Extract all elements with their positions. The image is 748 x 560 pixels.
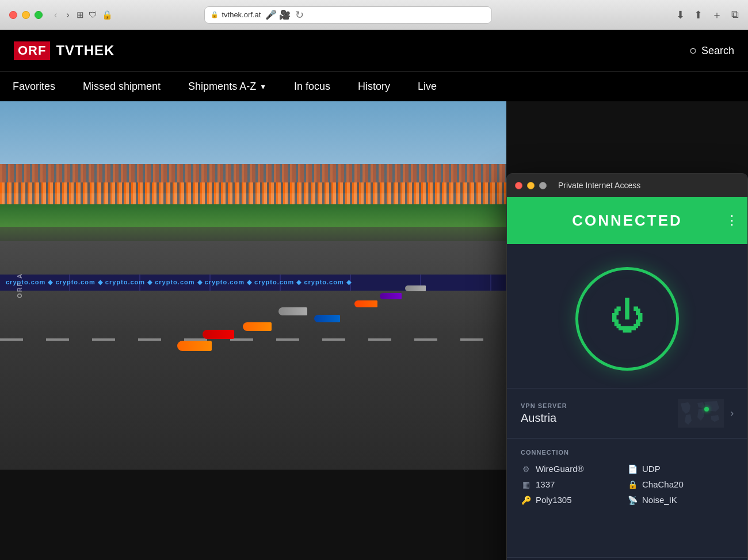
mic-icon: 🎤 [265,9,277,20]
pia-titlebar: Private Internet Access [507,174,747,197]
pia-udp-value: UDP [642,464,661,474]
search-label: Search [701,45,734,57]
f1-car-3 [203,330,234,339]
camera-icon: 🎥 [279,9,291,20]
nav-item-favorites[interactable]: Favorites [10,72,69,101]
pia-chacha-item: 🔒 ChaCha20 [627,479,734,489]
pia-status-text: CONNECTED [572,212,682,230]
pia-server-label: VPN SERVER [521,402,678,409]
orf-logo[interactable]: ORF TVTHEK [14,41,115,60]
crypto-text: crypto.com ◆ crypto.com ◆ crypto.com ◆ c… [6,279,352,286]
pia-vpn-window: Private Internet Access CONNECTED ⋮ ⏻ VP… [506,173,748,560]
pia-wireguard-item: ⚙ WireGuard® [521,464,627,474]
f1-car-8 [405,285,426,291]
pia-menu-button[interactable]: ⋮ [726,213,738,228]
pia-server-section[interactable]: VPN SERVER Austria [507,388,747,439]
nav-label-in-focus: In focus [294,81,330,93]
search-icon: ○ [689,43,697,58]
pia-udp-icon: 📄 [627,464,638,474]
close-button[interactable] [9,11,17,19]
search-button[interactable]: ○ Search [689,43,734,58]
pia-server-name: Austria [521,412,678,425]
nav-item-shipments-az[interactable]: Shipments A-Z ▼ [174,72,280,101]
nav-item-in-focus[interactable]: In focus [280,72,344,101]
pia-poly-value: Poly1305 [536,495,572,505]
share-icon[interactable]: ⬆ [694,9,703,21]
pia-minimize-button[interactable] [527,182,535,189]
orf-red-logo: ORF [14,41,50,60]
pia-power-area: ⏻ [507,244,747,388]
forward-button[interactable]: › [64,9,71,21]
pia-poly-item: 🔑 Poly1305 [521,495,627,505]
f1-car-5 [314,315,340,322]
track-marking [0,338,506,341]
pia-power-icon: ⏻ [610,299,644,334]
f1-car-7 [380,293,402,299]
orf-website: ORF TVTHEK ○ Search Favorites Missed shi… [0,30,748,560]
pia-chacha-value: ChaCha20 [642,479,684,489]
new-tab-icon[interactable]: ＋ [712,8,722,22]
maximize-button[interactable] [35,11,43,19]
orf-watermark: ORF A [16,273,23,298]
reader-icon: ⊞ [77,10,84,20]
pia-connection-section: CONNECTION ⚙ WireGuard® 📄 UDP ▦ 1337 🔒 C… [507,439,747,515]
f1-car-2 [243,322,272,331]
pia-poly-icon: 🔑 [521,496,531,505]
pia-port-icon: ▦ [521,480,531,489]
crypto-banners: crypto.com ◆ crypto.com ◆ crypto.com ◆ c… [0,275,506,291]
pia-noise-item: 📡 Noise_IK [627,495,734,505]
world-map-svg [678,399,724,428]
pia-map-area [678,399,724,428]
navigation-controls: ‹ › ⊞ 🛡 🔒 [52,9,113,21]
nav-item-live[interactable]: Live [404,72,451,101]
pia-footer[interactable]: ⌄ [507,557,747,560]
traffic-lights [9,11,43,19]
f1-car-1 [177,341,212,351]
nav-label-favorites: Favorites [13,81,55,93]
minimize-button[interactable] [22,11,30,19]
pia-wireguard-icon: ⚙ [521,464,531,474]
pia-wireguard-value: WireGuard® [536,464,584,474]
nav-label-live: Live [418,81,437,93]
url-text: tvthek.orf.at [222,10,261,19]
pia-zoom-button[interactable] [539,182,547,189]
nav-label-missed-shipment: Missed shipment [83,81,161,93]
pia-connection-grid: ⚙ WireGuard® 📄 UDP ▦ 1337 🔒 ChaCha20 🔑 [521,464,734,505]
pia-noise-icon: 📡 [627,496,638,505]
orf-navigation: Favorites Missed shipment Shipments A-Z … [0,71,748,101]
main-video-area[interactable]: crypto.com ◆ crypto.com ◆ crypto.com ◆ c… [0,101,506,470]
nav-item-history[interactable]: History [344,72,404,101]
pia-server-info: VPN SERVER Austria [521,402,678,425]
back-button[interactable]: ‹ [52,9,59,21]
pia-chacha-icon: 🔒 [627,480,638,489]
orf-tvthek-text: TVTHEK [56,43,115,59]
nav-item-missed-shipment[interactable]: Missed shipment [69,72,174,101]
f1-car-6 [354,300,377,307]
pia-server-location-dot [704,407,709,412]
track-greenery [0,204,506,226]
browser-titlebar: ‹ › ⊞ 🛡 🔒 🔒 tvthek.orf.at 🎤 🎥 ↻ ⬇ ⬆ ＋ ⧉ [0,0,748,30]
titlebar-right-controls: ⬇ ⬆ ＋ ⧉ [676,8,739,22]
nav-label-history: History [358,81,390,93]
pia-port-value: 1337 [536,479,555,489]
pia-power-ring[interactable]: ⏻ [575,267,679,371]
dropdown-arrow-icon: ▼ [259,83,266,91]
reload-icon[interactable]: ↻ [295,9,304,21]
lock-icon: 🔒 [102,10,113,20]
shield-icon: 🛡 [89,10,97,20]
download-icon[interactable]: ⬇ [676,9,685,21]
orf-header: ORF TVTHEK ○ Search [0,30,748,71]
f1-car-4 [278,307,307,315]
url-bar[interactable]: 🔒 tvthek.orf.at 🎤 🎥 ↻ [204,6,492,24]
race-background: crypto.com ◆ crypto.com ◆ crypto.com ◆ c… [0,101,506,470]
pia-server-chevron-icon: › [731,408,734,418]
url-lock-icon: 🔒 [211,11,219,18]
tab-overview-icon[interactable]: ⧉ [731,9,739,21]
pia-connection-label: CONNECTION [521,449,734,456]
nav-label-shipments-az: Shipments A-Z [188,81,256,93]
pia-noise-value: Noise_IK [642,495,677,505]
pia-close-button[interactable] [515,182,522,189]
pia-connected-bar: CONNECTED ⋮ [507,197,747,244]
pia-port-item: ▦ 1337 [521,479,627,489]
pia-window-title: Private Internet Access [558,181,640,190]
